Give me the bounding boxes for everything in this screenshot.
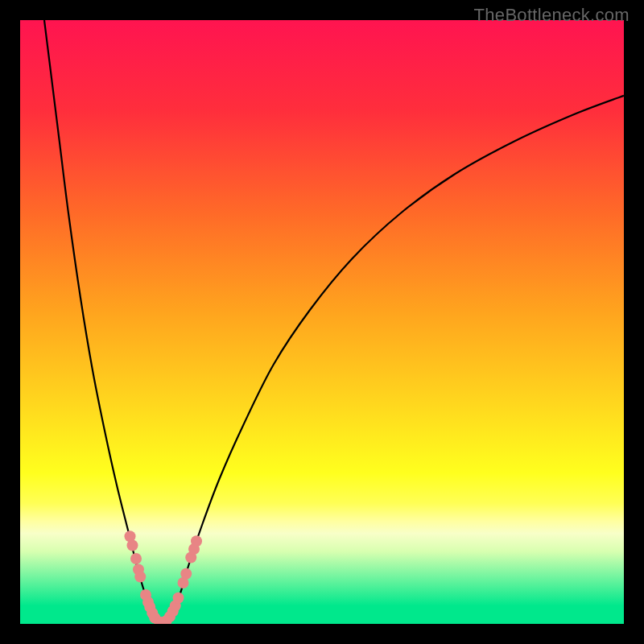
- plot-area: [20, 20, 624, 624]
- scatter-marker: [173, 592, 184, 604]
- scatter-marker: [134, 572, 146, 583]
- scatter-marker: [191, 535, 202, 547]
- scatter-marker: [130, 553, 142, 564]
- scatter-marker: [127, 540, 138, 551]
- chart-container: TheBottleneck.com: [0, 0, 644, 644]
- watermark-text: TheBottleneck.com: [474, 5, 630, 26]
- scatter-marker: [180, 568, 192, 580]
- chart-curve: [20, 20, 624, 624]
